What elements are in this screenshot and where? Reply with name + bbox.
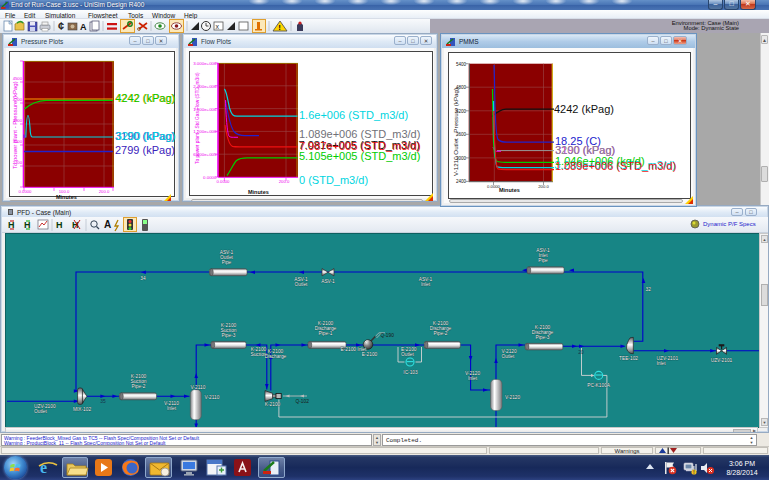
svg-text:34: 34: [140, 276, 146, 281]
svg-text:K-2100: K-2100: [265, 402, 281, 407]
svg-text:ASV-1: ASV-1: [321, 279, 335, 284]
svg-text:Outlet: Outlet: [295, 282, 308, 287]
svg-text:V-2110: V-2110: [191, 385, 206, 390]
svg-text:2400: 2400: [456, 179, 467, 184]
svg-text:V-2120: V-2120: [505, 395, 521, 400]
svg-text:Inlet: Inlet: [167, 406, 177, 411]
svg-text:A: A: [104, 219, 111, 230]
svg-text:Outlet: Outlet: [401, 352, 414, 357]
svg-text:Discharge: Discharge: [265, 354, 287, 359]
svg-text:200.0: 200.0: [99, 189, 110, 194]
svg-text:¢: ¢: [58, 20, 64, 32]
svg-text:20: 20: [578, 350, 584, 355]
svg-text:x: x: [216, 23, 220, 30]
svg-text:MIX-102: MIX-102: [73, 407, 91, 412]
svg-text:200.0: 200.0: [279, 179, 290, 184]
svg-text:Inlet: Inlet: [421, 282, 431, 287]
svg-text:E-2100: E-2100: [362, 352, 378, 357]
svg-text:e: e: [40, 459, 47, 476]
svg-text:35: 35: [100, 399, 106, 404]
svg-text:TEE-102: TEE-102: [619, 356, 638, 361]
svg-text:0.0000: 0.0000: [19, 189, 32, 194]
svg-text:Pipe-3: Pipe-3: [536, 335, 550, 340]
svg-text:V-2110: V-2110: [205, 395, 220, 400]
svg-text:!: !: [278, 23, 281, 32]
svg-text:32: 32: [646, 287, 652, 292]
svg-text:0.0000: 0.0000: [203, 175, 217, 180]
svg-text:Pipe-2: Pipe-2: [132, 384, 146, 389]
svg-text:Q-190: Q-190: [381, 333, 395, 338]
svg-text:Inlet: Inlet: [468, 376, 478, 381]
svg-text:3.000e+006: 3.000e+006: [193, 61, 217, 66]
svg-text:Pipe: Pipe: [222, 260, 232, 265]
svg-text:UZV-2101: UZV-2101: [711, 358, 733, 363]
svg-text:A: A: [80, 22, 87, 32]
svg-text:H: H: [56, 220, 63, 230]
svg-text:Q-102: Q-102: [296, 399, 310, 404]
svg-text:Pipe-3: Pipe-3: [222, 333, 236, 338]
svg-text:0.0000: 0.0000: [217, 179, 230, 184]
svg-text:IC-103: IC-103: [403, 370, 418, 375]
svg-text:Pipe: Pipe: [538, 258, 548, 263]
svg-text:5400: 5400: [456, 62, 467, 67]
svg-text:PC-K100A: PC-K100A: [587, 383, 610, 388]
svg-text:Pipe-2: Pipe-2: [434, 331, 448, 336]
svg-text:200.0: 200.0: [538, 184, 549, 189]
svg-text:Inlet: Inlet: [657, 361, 667, 366]
svg-text:Outlet: Outlet: [502, 354, 515, 359]
svg-text:Pipe-1: Pipe-1: [319, 331, 333, 336]
svg-text:Outlet: Outlet: [34, 409, 47, 414]
